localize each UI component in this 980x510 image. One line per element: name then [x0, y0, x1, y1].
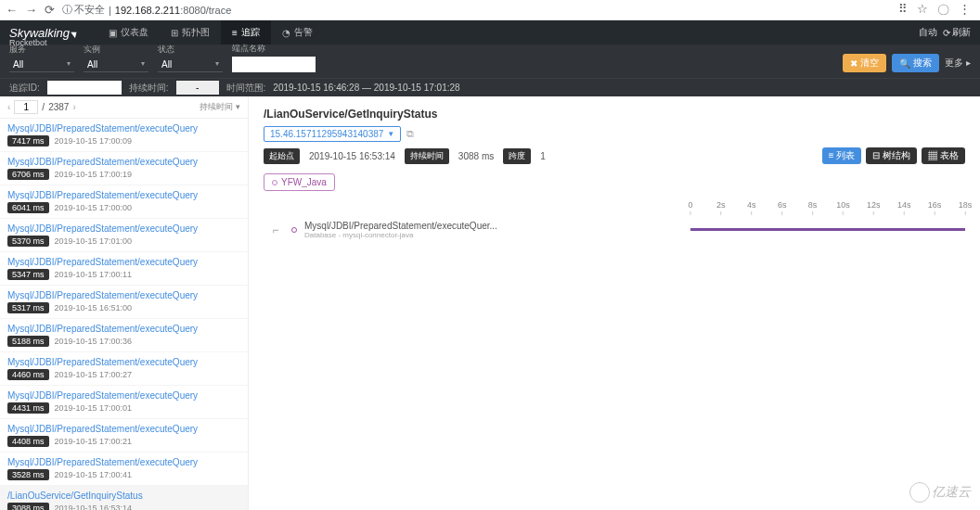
clear-button[interactable]: ✖清空	[843, 54, 886, 72]
pager-prev-icon[interactable]: ‹	[7, 102, 10, 112]
forward-icon[interactable]: →	[25, 4, 37, 16]
url-path: :8080/trace	[180, 5, 231, 16]
translate-icon[interactable]: ⠿	[898, 2, 908, 19]
trace-time: 2019-10-15 17:00:11	[55, 270, 133, 279]
sub-filter-bar: 追踪ID: 持续时间: 时间范围: 2019-10-15 16:46:28 — …	[0, 78, 980, 96]
trace-duration-badge: 6041 ms	[7, 202, 49, 213]
trace-duration-badge: 5317 ms	[7, 302, 49, 313]
endpoint-label: 端点名称	[232, 43, 316, 55]
trace-name: Mysql/JDBI/PreparedStatement/executeQuer…	[7, 424, 240, 434]
more-button[interactable]: 更多 ▸	[945, 57, 971, 70]
timeline-tick: 8s	[808, 200, 818, 215]
close-icon: ✖	[850, 58, 858, 69]
star-icon[interactable]: ☆	[917, 2, 928, 19]
trace-time: 2019-10-15 17:00:21	[55, 437, 133, 446]
back-icon[interactable]: ←	[6, 4, 18, 16]
url-host: 192.168.2.211	[115, 5, 180, 16]
browser-bar: ← → ⟳ ⓘ 不安全 | 192.168.2.211:8080/trace ⠿…	[0, 0, 980, 20]
timeline-tick: 4s	[747, 200, 756, 215]
span-dot-icon	[291, 227, 297, 233]
trace-item[interactable]: Mysql/JDBI/PreparedStatement/executeQuer…	[0, 419, 248, 453]
trace-id-filter-label: 追踪ID:	[9, 82, 40, 95]
pager-current-input[interactable]	[14, 100, 38, 114]
span-name: Mysql/JDBI/PreparedStatement/executeQuer…	[304, 221, 497, 231]
span-db: Database - mysql-connector-java	[304, 231, 497, 239]
state-label: 状态	[158, 44, 223, 56]
tab-topology[interactable]: ⊞拓扑图	[160, 20, 221, 45]
trace-item[interactable]: Mysql/JDBI/PreparedStatement/executeQuer…	[0, 286, 248, 319]
timeline: 02s4s6s8s10s12s14s16s18s ⌐ Mysql/JDBI/Pr…	[264, 200, 965, 243]
duration-range-input[interactable]	[176, 81, 219, 95]
trace-time: 2019-10-15 17:00:09	[55, 136, 133, 146]
duration-value: 3088 ms	[458, 151, 494, 161]
trace-name: Mysql/JDBI/PreparedStatement/executeQuer…	[7, 157, 240, 167]
trace-name: Mysql/JDBI/PreparedStatement/executeQuer…	[7, 457, 240, 467]
trace-item[interactable]: /LianOuService/GetInquiryStatus3088 ms20…	[0, 486, 248, 510]
address-bar[interactable]: ⓘ 不安全 | 192.168.2.211:8080/trace	[62, 3, 891, 17]
trace-time: 2019-10-15 17:00:00	[55, 203, 133, 212]
timeline-tick: 16s	[928, 200, 942, 215]
endpoint-input[interactable]	[232, 57, 316, 72]
tab-trace[interactable]: ≡追踪	[221, 20, 271, 45]
service-select[interactable]: All	[9, 57, 74, 72]
refresh-button[interactable]: ⟳刷新	[943, 26, 971, 39]
view-list-button[interactable]: ≡ 列表	[822, 147, 862, 164]
time-range-value: 2019-10-15 16:46:28 — 2019-10-15 17:01:2…	[273, 83, 459, 93]
sort-select[interactable]: 持续时间 ▾	[200, 101, 240, 113]
spans-value: 1	[540, 151, 546, 161]
timeline-tick: 10s	[836, 200, 850, 215]
watermark: 亿速云	[909, 482, 971, 503]
instance-select[interactable]: All	[84, 57, 148, 72]
trace-name: Mysql/JDBI/PreparedStatement/executeQuer…	[7, 357, 240, 367]
copy-icon[interactable]: ⧉	[406, 128, 414, 140]
profile-icon[interactable]: 〇	[937, 2, 949, 19]
service-tag[interactable]: YFW_Java	[264, 173, 335, 191]
trace-time: 2019-10-15 17:00:36	[55, 337, 133, 346]
timeline-tick: 14s	[897, 200, 911, 215]
trace-item[interactable]: Mysql/JDBI/PreparedStatement/executeQuer…	[0, 152, 248, 185]
reload-icon[interactable]: ⟳	[45, 4, 55, 16]
trace-id-filter-input[interactable]	[47, 81, 122, 95]
trace-name: /LianOuService/GetInquiryStatus	[7, 491, 240, 501]
duration-label-badge: 持续时间	[405, 148, 449, 164]
trace-item[interactable]: Mysql/JDBI/PreparedStatement/executeQuer…	[0, 453, 248, 486]
trace-item[interactable]: Mysql/JDBI/PreparedStatement/executeQuer…	[0, 252, 248, 286]
trace-duration-badge: 5188 ms	[7, 336, 49, 347]
watermark-icon	[909, 482, 930, 503]
logo: Skywalking◥ Rocketbot	[9, 26, 75, 40]
state-select[interactable]: All	[158, 57, 223, 72]
trace-name: Mysql/JDBI/PreparedStatement/executeQuer…	[7, 190, 240, 200]
trace-list-panel: ‹ / 2387 › 持续时间 ▾ Mysql/JDBI/PreparedSta…	[0, 96, 249, 510]
detail-title: /LianOuService/GetInquiryStatus	[264, 108, 965, 121]
search-button[interactable]: 🔍搜索	[892, 54, 939, 72]
trace-item[interactable]: Mysql/JDBI/PreparedStatement/executeQuer…	[0, 386, 248, 419]
filter-bar: 服务 All 实例 All 状态 All 端点名称 ✖清空 🔍搜索 更多 ▸	[0, 45, 980, 78]
span-bar-area	[690, 227, 965, 233]
trace-time: 2019-10-15 17:00:01	[55, 403, 133, 413]
tab-alarm[interactable]: ◔告警	[271, 20, 324, 45]
logo-sub: Rocketbot	[9, 38, 47, 47]
expand-icon[interactable]: ⌐	[267, 223, 284, 236]
trace-duration-badge: 5370 ms	[7, 236, 49, 247]
view-table-button[interactable]: ▦ 表格	[922, 147, 965, 164]
menu-icon[interactable]: ⋮	[959, 2, 971, 19]
trace-item[interactable]: Mysql/JDBI/PreparedStatement/executeQuer…	[0, 185, 248, 219]
trace-item[interactable]: Mysql/JDBI/PreparedStatement/executeQuer…	[0, 319, 248, 352]
trace-id-select[interactable]: 15.46.15711295943140387▼	[264, 126, 401, 142]
auto-refresh-toggle[interactable]: 自动	[919, 26, 937, 39]
trace-time: 2019-10-15 17:00:41	[55, 470, 133, 479]
duration-filter-label: 持续时间:	[129, 82, 169, 95]
trace-item[interactable]: Mysql/JDBI/PreparedStatement/executeQuer…	[0, 219, 248, 252]
start-value: 2019-10-15 16:53:14	[309, 151, 395, 161]
trace-duration-badge: 4460 ms	[7, 369, 49, 380]
search-icon: 🔍	[899, 58, 910, 69]
tab-dashboard[interactable]: ▣仪表盘	[97, 20, 160, 45]
span-row[interactable]: ⌐ Mysql/JDBI/PreparedStatement/executeQu…	[264, 217, 965, 243]
pager-next-icon[interactable]: ›	[72, 102, 75, 112]
pager-total: 2387	[48, 102, 69, 112]
insecure-icon: ⓘ	[62, 3, 72, 17]
trace-item[interactable]: Mysql/JDBI/PreparedStatement/executeQuer…	[0, 119, 248, 152]
trace-detail-panel: /LianOuService/GetInquiryStatus 15.46.15…	[249, 96, 980, 510]
trace-item[interactable]: Mysql/JDBI/PreparedStatement/executeQuer…	[0, 352, 248, 386]
view-tree-button[interactable]: ⊟ 树结构	[866, 147, 917, 164]
